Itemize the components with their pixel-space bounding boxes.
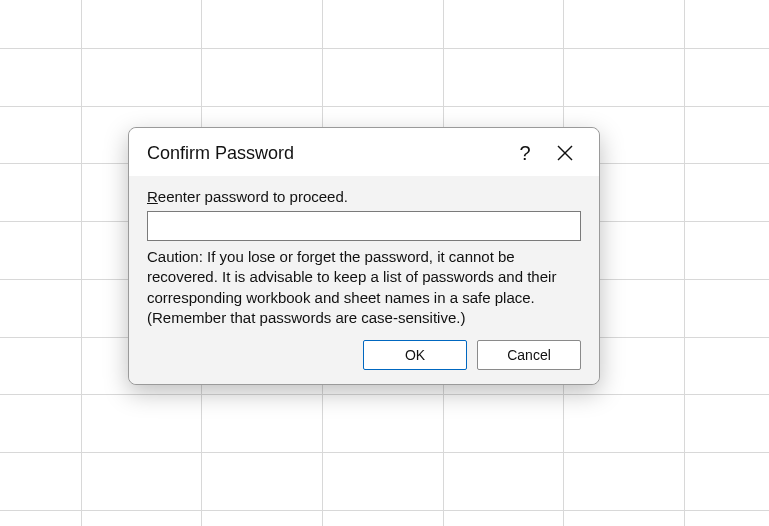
cell[interactable]	[443, 453, 564, 511]
cell[interactable]	[0, 164, 81, 222]
confirm-password-dialog: Confirm Password ? Reenter password to p…	[128, 127, 600, 385]
cell[interactable]	[685, 222, 769, 280]
cell[interactable]	[685, 106, 769, 164]
password-input[interactable]	[147, 211, 581, 241]
cell[interactable]	[443, 395, 564, 453]
ok-button-label: OK	[405, 347, 425, 363]
cell[interactable]	[0, 337, 81, 395]
cell[interactable]	[0, 395, 81, 453]
cell[interactable]	[202, 453, 323, 511]
cell[interactable]	[202, 395, 323, 453]
help-icon: ?	[519, 142, 530, 165]
dialog-title: Confirm Password	[147, 143, 505, 164]
cell[interactable]	[685, 337, 769, 395]
cell[interactable]	[323, 453, 444, 511]
cell[interactable]	[81, 510, 202, 526]
cell[interactable]	[323, 0, 444, 48]
cell[interactable]	[0, 0, 81, 48]
cell[interactable]	[0, 222, 81, 280]
cell[interactable]	[443, 48, 564, 106]
ok-button[interactable]: OK	[363, 340, 467, 370]
cell[interactable]	[0, 510, 81, 526]
cell[interactable]	[685, 453, 769, 511]
cell[interactable]	[0, 453, 81, 511]
cell[interactable]	[202, 0, 323, 48]
instruction-accesskey: R	[147, 188, 158, 205]
dialog-body: Reenter password to proceed. Caution: If…	[129, 176, 599, 384]
cell[interactable]	[0, 48, 81, 106]
cell[interactable]	[685, 395, 769, 453]
cell[interactable]	[564, 510, 685, 526]
instruction-text: eenter password to proceed.	[158, 188, 348, 205]
help-button[interactable]: ?	[505, 138, 545, 168]
cell[interactable]	[81, 0, 202, 48]
close-icon	[557, 145, 573, 161]
cell[interactable]	[81, 48, 202, 106]
cell[interactable]	[323, 48, 444, 106]
cell[interactable]	[685, 0, 769, 48]
cell[interactable]	[564, 0, 685, 48]
cell[interactable]	[323, 510, 444, 526]
cell[interactable]	[685, 164, 769, 222]
cell[interactable]	[443, 0, 564, 48]
dialog-titlebar[interactable]: Confirm Password ?	[129, 128, 599, 176]
cell[interactable]	[685, 279, 769, 337]
close-button[interactable]	[545, 138, 585, 168]
cell[interactable]	[323, 395, 444, 453]
cell[interactable]	[685, 48, 769, 106]
cell[interactable]	[0, 106, 81, 164]
caution-text: Caution: If you lose or forget the passw…	[147, 247, 581, 328]
cell[interactable]	[564, 48, 685, 106]
button-row: OK Cancel	[147, 340, 581, 370]
cell[interactable]	[443, 510, 564, 526]
cancel-button[interactable]: Cancel	[477, 340, 581, 370]
cell[interactable]	[202, 48, 323, 106]
cell[interactable]	[81, 395, 202, 453]
cancel-button-label: Cancel	[507, 347, 551, 363]
cell[interactable]	[685, 510, 769, 526]
cell[interactable]	[81, 453, 202, 511]
cell[interactable]	[564, 453, 685, 511]
instruction-label: Reenter password to proceed.	[147, 188, 581, 205]
cell[interactable]	[202, 510, 323, 526]
cell[interactable]	[564, 395, 685, 453]
cell[interactable]	[0, 279, 81, 337]
